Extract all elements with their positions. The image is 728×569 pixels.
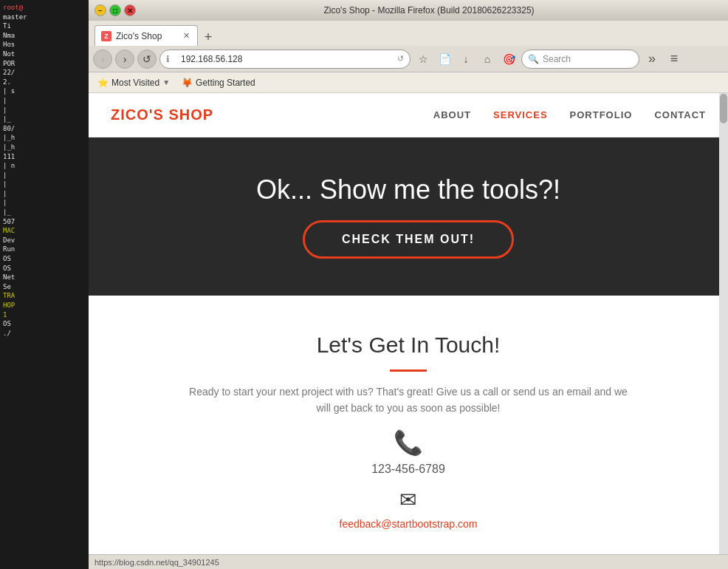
scrollbar[interactable]: [719, 93, 728, 554]
reader-view-button[interactable]: 📄: [435, 50, 454, 69]
contact-email: ✉ feedback@startbootstrap.com: [340, 488, 478, 530]
search-icon: 🔍: [528, 54, 539, 64]
back-button[interactable]: ‹: [93, 50, 112, 69]
email-address[interactable]: feedback@startbootstrap.com: [340, 518, 478, 530]
bookmark-star-button[interactable]: ☆: [413, 50, 433, 69]
url-text: 192.168.56.128: [181, 54, 242, 64]
desktop: root@ master Ti Nma Hos Not POR 22/ 2. |…: [0, 0, 89, 569]
status-url: https://blog.csdn.net/qq_34901245: [95, 558, 219, 567]
new-tab-button[interactable]: +: [199, 28, 217, 46]
cta-button[interactable]: CHECK THEM OUT!: [303, 220, 514, 259]
reload-button[interactable]: ↺: [137, 50, 157, 69]
bookmark-most-visited[interactable]: ⭐ Most Visited ▼: [95, 76, 173, 89]
forward-button[interactable]: ›: [115, 50, 134, 69]
search-placeholder: Search: [543, 54, 571, 64]
pocket-button[interactable]: 🎯: [499, 50, 518, 69]
tab-label: Zico's Shop: [116, 31, 162, 41]
website: ZICO'S SHOP ABOUT SERVICES PORTFOLIO CON…: [89, 93, 728, 554]
terminal-output: root@ master Ti Nma Hos Not POR 22/ 2. |…: [0, 0, 89, 569]
hero-title: Ok... Show me the tools?!: [256, 174, 560, 205]
tab-bar: Z Zico's Shop ✕ +: [89, 21, 728, 46]
title-bar: − □ ✕ Zico's Shop - Mozilla Firefox (Bui…: [89, 0, 728, 21]
refresh-icon[interactable]: ↺: [397, 54, 404, 64]
window-controls[interactable]: − □ ✕: [95, 4, 136, 16]
site-navigation: ZICO'S SHOP ABOUT SERVICES PORTFOLIO CON…: [89, 93, 728, 137]
nav-bar: ‹ › ↺ ℹ 192.168.56.128 ↺ ☆ 📄 ↓ ⌂ 🎯 🔍 Sea…: [89, 46, 728, 72]
nav-icons: ☆ 📄 ↓ ⌂ 🎯: [413, 50, 518, 69]
address-bar[interactable]: ℹ 192.168.56.128 ↺: [159, 50, 411, 69]
tab-favicon: Z: [101, 31, 111, 41]
overflow-button[interactable]: »: [642, 50, 662, 69]
contact-phone: 📞 123-456-6789: [371, 429, 445, 476]
most-visited-label: Most Visited: [111, 78, 159, 88]
nav-link-portfolio[interactable]: PORTFOLIO: [570, 109, 633, 120]
window-title: Zico's Shop - Mozilla Firefox (Build 201…: [136, 5, 722, 16]
downloads-button[interactable]: ↓: [456, 50, 475, 69]
nav-link-about[interactable]: ABOUT: [433, 109, 471, 120]
getting-started-label: Getting Started: [196, 78, 255, 88]
nav-link-services[interactable]: SERVICES: [493, 109, 548, 120]
contact-section: Let's Get In Touch! Ready to start your …: [89, 296, 728, 552]
status-bar: https://blog.csdn.net/qq_34901245: [89, 554, 728, 569]
search-bar[interactable]: 🔍 Search: [521, 50, 639, 69]
section-divider: [390, 369, 427, 372]
firefox-window: − □ ✕ Zico's Shop - Mozilla Firefox (Bui…: [89, 0, 728, 569]
email-icon: ✉: [399, 488, 416, 512]
active-tab[interactable]: Z Zico's Shop ✕: [95, 25, 198, 46]
phone-number: 123-456-6789: [371, 463, 445, 476]
phone-icon: 📞: [394, 429, 423, 457]
tab-close-button[interactable]: ✕: [181, 31, 191, 41]
minimize-button[interactable]: −: [95, 4, 106, 16]
site-logo: ZICO'S SHOP: [111, 106, 213, 123]
hero-section: Ok... Show me the tools?! CHECK THEM OUT…: [89, 137, 728, 296]
bookmark-getting-started[interactable]: 🦊 Getting Started: [179, 76, 258, 89]
address-info-icon: ℹ: [166, 54, 170, 64]
close-button[interactable]: ✕: [124, 4, 136, 16]
section-description: Ready to start your next project with us…: [187, 384, 630, 417]
scrollbar-thumb[interactable]: [720, 94, 727, 123]
home-button[interactable]: ⌂: [478, 50, 497, 69]
nav-link-contact[interactable]: CONTACT: [654, 109, 706, 120]
section-title: Let's Get In Touch!: [317, 333, 501, 358]
maximize-button[interactable]: □: [109, 4, 121, 16]
menu-button[interactable]: ≡: [665, 50, 684, 69]
bookmarks-bar: ⭐ Most Visited ▼ 🦊 Getting Started: [89, 72, 728, 93]
page-content: ZICO'S SHOP ABOUT SERVICES PORTFOLIO CON…: [89, 93, 728, 554]
site-nav-links: ABOUT SERVICES PORTFOLIO CONTACT: [433, 109, 706, 120]
